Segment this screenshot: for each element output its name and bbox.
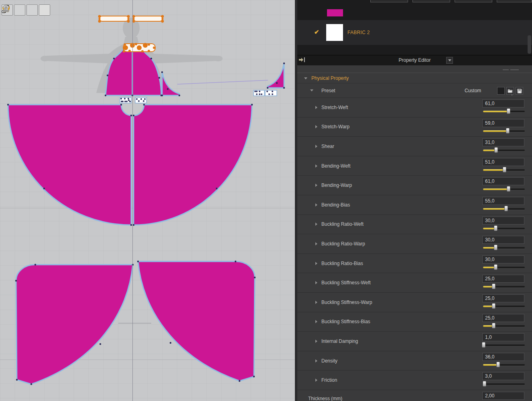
property-value-field[interactable]: 55,0 — [482, 197, 524, 205]
property-label: Density — [321, 358, 337, 364]
property-label: Stretch-Warp — [321, 124, 349, 130]
fabric-list-scrollbar[interactable] — [528, 35, 531, 54]
grip-dash[interactable] — [503, 69, 509, 70]
slider-thumb[interactable] — [496, 362, 500, 367]
steam-tool-button[interactable] — [64, 4, 75, 16]
row-expander-icon[interactable] — [315, 262, 317, 265]
property-row: Friction 3,0 — [297, 370, 532, 390]
property-value-field[interactable]: 2,00 — [482, 392, 524, 400]
toolbar-button-3[interactable] — [455, 0, 492, 2]
row-expander-icon[interactable] — [315, 164, 317, 168]
property-row: Thickness (mm) 2,00 — [297, 390, 532, 401]
slider-thumb[interactable] — [492, 284, 495, 289]
toolbar-button-4[interactable] — [497, 0, 532, 2]
slider-thumb[interactable] — [482, 342, 485, 348]
property-row: Buckling Stiffness-Weft 25,0 — [297, 273, 532, 292]
slider-thumb[interactable] — [507, 108, 510, 114]
property-slider[interactable] — [483, 342, 525, 348]
show-garment-button[interactable] — [14, 4, 25, 16]
row-expander-icon[interactable] — [315, 340, 317, 343]
property-value-field[interactable]: 30,0 — [482, 217, 524, 225]
property-slider[interactable] — [483, 186, 525, 192]
slider-thumb[interactable] — [494, 245, 497, 250]
property-slider[interactable] — [483, 264, 525, 271]
slider-thumb[interactable] — [494, 147, 498, 153]
row-expander-icon[interactable] — [315, 125, 317, 128]
preset-collapse-icon[interactable] — [310, 89, 313, 91]
row-expander-icon[interactable] — [315, 145, 317, 148]
row-expander-icon[interactable] — [315, 203, 317, 207]
preset-save-button[interactable] — [516, 87, 523, 95]
row-expander-icon[interactable] — [315, 223, 317, 226]
row-expander-icon[interactable] — [315, 359, 317, 363]
row-expander-icon[interactable] — [315, 242, 317, 245]
preset-open-button[interactable] — [506, 87, 514, 95]
lock-garment-button[interactable] — [51, 4, 63, 16]
slider-thumb[interactable] — [492, 303, 495, 309]
property-value-field[interactable]: 31,0 — [482, 138, 524, 146]
canvas-toolbar — [2, 4, 75, 16]
slider-thumb[interactable] — [492, 323, 495, 328]
property-label: Buckling Ratio-Weft — [321, 221, 363, 227]
property-value-field[interactable]: 25,0 — [482, 294, 524, 302]
selected-neckband-piece[interactable] — [123, 43, 155, 53]
property-label: Buckling Stiffness-Weft — [321, 280, 371, 286]
property-value-field[interactable]: 30,0 — [482, 255, 524, 263]
toolbar-button-1[interactable] — [370, 0, 408, 2]
slider-thumb[interactable] — [483, 381, 486, 387]
row-expander-icon[interactable] — [315, 106, 317, 109]
property-value-field[interactable]: 61,0 — [482, 99, 524, 107]
property-value-field[interactable]: 61,0 — [482, 177, 524, 185]
property-slider[interactable] — [483, 206, 525, 212]
row-expander-icon[interactable] — [315, 281, 317, 284]
property-value-field[interactable]: 1,0 — [482, 333, 524, 341]
slider-thumb[interactable] — [503, 167, 506, 172]
property-label: Shear — [321, 144, 334, 149]
property-slider[interactable] — [483, 381, 525, 387]
property-slider[interactable] — [483, 128, 525, 134]
property-value-field[interactable]: 59,0 — [482, 119, 524, 127]
property-slider[interactable] — [483, 284, 525, 290]
slider-thumb[interactable] — [494, 264, 497, 270]
property-slider[interactable] — [483, 323, 525, 329]
property-value-field[interactable]: 36,0 — [482, 353, 524, 361]
slider-thumb[interactable] — [506, 128, 510, 134]
property-value-field[interactable]: 3,0 — [482, 372, 524, 380]
property-label: Stretch-Weft — [321, 105, 348, 110]
preset-dropdown-button[interactable] — [497, 87, 505, 95]
slider-thumb[interactable] — [504, 206, 508, 211]
property-value-field[interactable]: 25,0 — [482, 275, 524, 283]
show-patterns-button[interactable] — [39, 4, 50, 16]
slider-fill — [483, 111, 508, 112]
physical-property-section: Physical Property Preset Custom — [297, 65, 532, 401]
pattern-2d-view[interactable] — [0, 0, 295, 401]
fabric-list-item[interactable]: ✔ FABRIC 2 — [297, 20, 532, 45]
property-slider[interactable] — [483, 303, 525, 310]
property-value-field[interactable]: 30,0 — [482, 236, 524, 244]
property-row: Shear 31,0 — [297, 136, 532, 156]
fabric-texture-swatch[interactable] — [326, 24, 343, 41]
section-header[interactable]: Physical Property — [297, 73, 532, 83]
property-slider[interactable] — [483, 167, 525, 173]
property-slider[interactable] — [483, 147, 525, 154]
fabric-color-swatch[interactable] — [327, 9, 343, 16]
row-expander-icon[interactable] — [315, 379, 317, 382]
property-slider[interactable] — [483, 362, 525, 368]
property-slider[interactable] — [483, 225, 525, 232]
toolbar-button-2[interactable] — [412, 0, 450, 2]
property-editor-menu-button[interactable] — [446, 57, 453, 64]
grip-dash[interactable] — [510, 69, 519, 70]
slider-thumb[interactable] — [507, 186, 510, 192]
row-expander-icon[interactable] — [315, 301, 317, 304]
property-value-field[interactable]: 25,0 — [482, 314, 524, 322]
slider-thumb[interactable] — [494, 225, 497, 231]
property-value-field[interactable]: 51,0 — [482, 158, 524, 166]
property-label: Thickness (mm) — [308, 396, 342, 401]
property-slider[interactable] — [483, 245, 525, 251]
check-icon[interactable]: ✔ — [314, 28, 319, 36]
row-expander-icon[interactable] — [315, 184, 317, 187]
show-info-button[interactable] — [26, 4, 38, 16]
row-expander-icon[interactable] — [315, 320, 317, 323]
collapse-icon[interactable] — [304, 77, 307, 79]
property-slider[interactable] — [483, 108, 525, 115]
